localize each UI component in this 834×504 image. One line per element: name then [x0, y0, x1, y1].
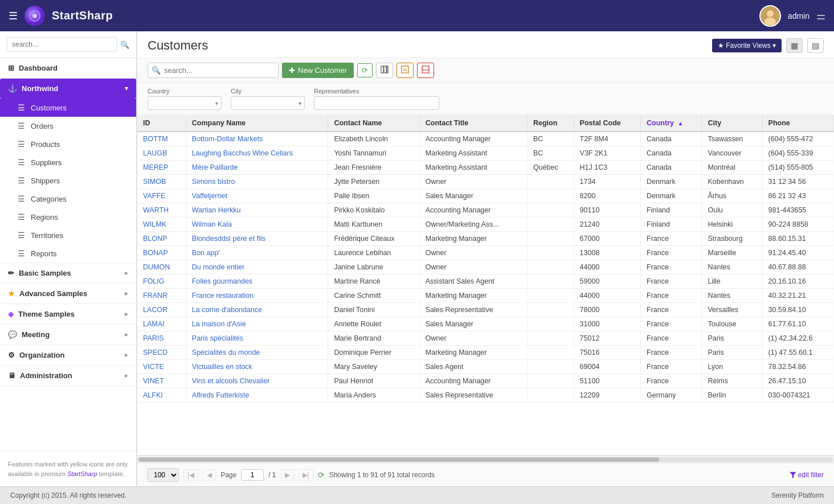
page-size-select[interactable]: 100 50 25: [148, 468, 179, 482]
excel-export-button[interactable]: XL: [396, 63, 414, 78]
sidebar-item-customers[interactable]: ☰ Customers: [0, 99, 136, 117]
cell-company[interactable]: Du monde entier: [186, 260, 328, 274]
cell-company[interactable]: Wartian Herkku: [186, 203, 328, 218]
cell-company[interactable]: Vins et alcools Chevalier: [186, 374, 328, 388]
cell-company[interactable]: Mère Paillarde: [186, 161, 328, 175]
cell-company[interactable]: Victuailles en stock: [186, 360, 328, 374]
cell-company[interactable]: Spécialités du monde: [186, 346, 328, 360]
regions-icon: ☰: [16, 212, 26, 222]
cell-id[interactable]: PARIS: [137, 331, 186, 346]
sidebar-item-categories[interactable]: ☰ Categories: [0, 190, 136, 208]
cell-id[interactable]: VICTE: [137, 360, 186, 374]
grid-view-button[interactable]: ▦: [786, 38, 803, 53]
col-header-company-name[interactable]: Company Name: [186, 115, 328, 132]
country-filter-select[interactable]: [148, 96, 222, 110]
sidebar-item-administration[interactable]: 🖥 Administration ▸: [0, 366, 136, 386]
sidebar-item-advanced-samples[interactable]: ★ Advanced Samples ▸: [0, 284, 136, 304]
cell-id[interactable]: BOTTM: [137, 132, 186, 146]
cell-company[interactable]: Blondesddsl père et fils: [186, 232, 328, 246]
first-page-button[interactable]: |◀: [183, 469, 198, 481]
cell-postal: 8200: [574, 189, 640, 203]
cell-id[interactable]: FRANR: [137, 289, 186, 303]
cell-id[interactable]: SIMOB: [137, 175, 186, 189]
cell-id[interactable]: FOLIG: [137, 274, 186, 289]
cell-company[interactable]: Bon app': [186, 246, 328, 260]
cell-company[interactable]: La corne d'abondance: [186, 303, 328, 317]
cell-company[interactable]: Paris spécialités: [186, 331, 328, 346]
new-customer-button[interactable]: ✚ New Customer: [282, 63, 354, 78]
sidebar-item-shippers[interactable]: ☰ Shippers: [0, 171, 136, 190]
col-header-phone[interactable]: Phone: [762, 115, 833, 132]
sidebar-section-basic: ✏ Basic Samples ▸: [0, 263, 136, 284]
prev-page-button[interactable]: ◀: [203, 469, 216, 481]
cell-company[interactable]: Wilman Kala: [186, 218, 328, 232]
cell-id[interactable]: MEREP: [137, 161, 186, 175]
cell-company[interactable]: France restauration: [186, 289, 328, 303]
favorite-views-button[interactable]: ★ Favorite Views ▾: [712, 39, 782, 52]
cell-company[interactable]: Vaffeljernet: [186, 189, 328, 203]
sidebar-group-left-organization: ⚙ Organization: [8, 351, 64, 359]
col-header-city[interactable]: City: [702, 115, 762, 132]
cell-phone: (1) 47.55.60.1: [762, 346, 833, 360]
sidebar-item-reports[interactable]: ☰ Reports: [0, 244, 136, 263]
col-header-region[interactable]: Region: [527, 115, 574, 132]
refresh-button[interactable]: ⟳: [357, 63, 373, 77]
cell-id[interactable]: SPECD: [137, 346, 186, 360]
list-view-button[interactable]: ▤: [807, 38, 824, 53]
columns-button[interactable]: [376, 63, 393, 78]
edit-filter-button[interactable]: edit filter: [790, 471, 824, 479]
representatives-filter-input[interactable]: [314, 96, 439, 110]
cell-company[interactable]: Simons bistro: [186, 175, 328, 189]
scrollbar-thumb[interactable]: [138, 457, 659, 462]
cell-id[interactable]: BONAP: [137, 246, 186, 260]
horizontal-scrollbar[interactable]: [137, 455, 834, 463]
sidebar-item-theme-samples[interactable]: ◆ Theme Samples ▸: [0, 304, 136, 324]
cell-id[interactable]: VINET: [137, 374, 186, 388]
cell-company[interactable]: Folies gourmandes: [186, 274, 328, 289]
cell-id[interactable]: LACOR: [137, 303, 186, 317]
sidebar-item-meeting[interactable]: 💬 Meeting ▸: [0, 325, 136, 345]
cell-id[interactable]: WARTH: [137, 203, 186, 218]
sidebar-item-territories[interactable]: ☰ Territories: [0, 226, 136, 244]
next-page-button[interactable]: ▶: [281, 469, 294, 481]
pdf-export-button[interactable]: PDF: [417, 63, 434, 78]
sliders-icon[interactable]: ⚌: [816, 10, 825, 22]
page-number-input[interactable]: [241, 469, 264, 481]
cell-id[interactable]: BLONP: [137, 232, 186, 246]
new-customer-label: New Customer: [298, 66, 347, 75]
city-filter-select[interactable]: [231, 96, 305, 110]
cell-id[interactable]: ALFKI: [137, 388, 186, 403]
refresh-pagination-icon[interactable]: ⟳: [318, 470, 325, 480]
cell-contact: Dominique Perrier: [328, 346, 419, 360]
col-header-postal-code[interactable]: Postal Code: [574, 115, 640, 132]
sidebar-search-input[interactable]: [7, 37, 117, 52]
cell-id[interactable]: LAMAI: [137, 317, 186, 331]
hamburger-icon[interactable]: ☰: [9, 10, 18, 22]
sidebar-item-dashboard[interactable]: ⊞ Dashboard: [0, 58, 136, 78]
cell-id[interactable]: WILMK: [137, 218, 186, 232]
cell-company[interactable]: Alfreds Futterkiste: [186, 388, 328, 403]
col-header-country[interactable]: Country ▲: [641, 115, 702, 132]
cell-country: France: [641, 303, 702, 317]
col-header-id[interactable]: ID: [137, 115, 186, 132]
sidebar-item-orders[interactable]: ☰ Orders: [0, 117, 136, 135]
cell-id[interactable]: VAFFE: [137, 189, 186, 203]
northwind-chevron-icon: ▾: [125, 85, 128, 92]
cell-company[interactable]: Bottom-Dollar Markets: [186, 132, 328, 146]
last-page-button[interactable]: ▶|: [299, 469, 313, 481]
sidebar-item-regions[interactable]: ☰ Regions: [0, 208, 136, 226]
cell-company[interactable]: Laughing Bacchus Wine Cellars: [186, 146, 328, 161]
col-header-contact-name[interactable]: Contact Name: [328, 115, 419, 132]
startsharp-premium-link[interactable]: StartSharp: [67, 470, 97, 477]
sidebar-item-products[interactable]: ☰ Products: [0, 135, 136, 153]
sidebar-item-suppliers[interactable]: ☰ Suppliers: [0, 153, 136, 171]
cell-company[interactable]: La maison d'Asie: [186, 317, 328, 331]
cell-id[interactable]: DUMON: [137, 260, 186, 274]
sidebar-item-northwind[interactable]: ⚓ Northwind ▾: [0, 79, 136, 99]
cell-city: Lille: [702, 274, 762, 289]
col-header-contact-title[interactable]: Contact Title: [419, 115, 527, 132]
search-input[interactable]: [161, 63, 275, 77]
cell-id[interactable]: LAUGB: [137, 146, 186, 161]
sidebar-item-organization[interactable]: ⚙ Organization ▸: [0, 345, 136, 365]
sidebar-item-basic-samples[interactable]: ✏ Basic Samples ▸: [0, 263, 136, 283]
